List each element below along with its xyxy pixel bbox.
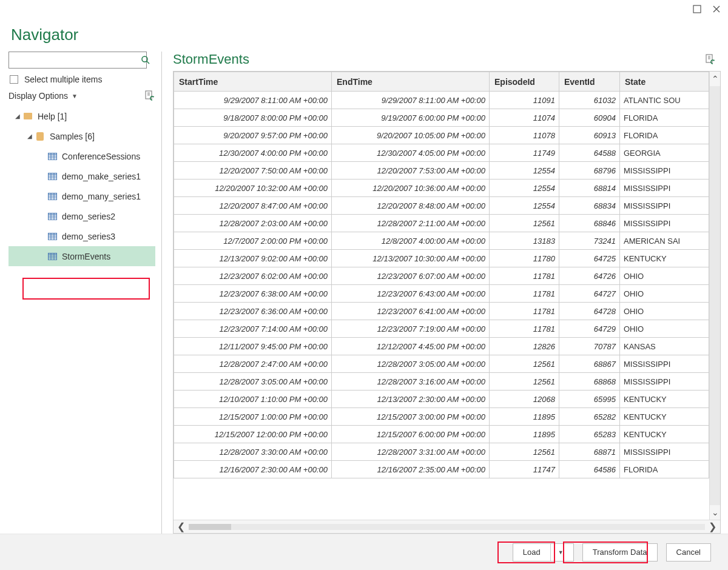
table-row[interactable]: 12/13/2007 9:02:00 AM +00:0012/13/2007 1… (174, 250, 709, 267)
cell: 12826 (490, 338, 559, 355)
cell: 12/23/2007 6:38:00 AM +00:00 (174, 285, 332, 303)
select-multiple-row[interactable]: Select multiple items (10, 75, 155, 84)
tree-toggle-icon[interactable]: ◢ (25, 133, 34, 139)
select-multiple-label: Select multiple items (24, 75, 102, 84)
cell: 12/20/2007 10:32:00 AM +00:00 (174, 179, 332, 197)
cell: 11749 (490, 144, 559, 162)
tree-item-stormevents[interactable]: StormEvents (8, 246, 155, 266)
tree-toggle-icon[interactable]: ◢ (13, 113, 22, 119)
cell: 11895 (490, 408, 559, 426)
scroll-right-icon[interactable]: ❯ (705, 521, 720, 532)
cell: 64729 (559, 320, 620, 338)
preview-title: StormEvents (173, 52, 249, 67)
table-row[interactable]: 12/30/2007 4:00:00 PM +00:0012/30/2007 4… (174, 144, 709, 162)
cell: 12561 (490, 373, 559, 391)
display-options-dropdown[interactable]: Display Options ▼ (8, 91, 78, 101)
load-button[interactable]: Load ▼ (513, 543, 574, 562)
tree-item-demo-make-series1[interactable]: demo_make_series1 (8, 166, 155, 186)
table-row[interactable]: 12/23/2007 6:02:00 AM +00:0012/23/2007 6… (174, 267, 709, 285)
vertical-scrollbar[interactable]: ⌃ ⌄ (709, 72, 720, 520)
cell: FLORIDA (620, 127, 709, 144)
tree-item-demo-series2[interactable]: demo_series2 (8, 206, 155, 226)
table-row[interactable]: 12/28/2007 2:03:00 AM +00:0012/28/2007 2… (174, 215, 709, 232)
cancel-button-label: Cancel (676, 548, 701, 557)
close-icon[interactable] (712, 5, 721, 13)
cell: OHIO (620, 303, 709, 320)
cell: 70787 (559, 338, 620, 355)
chevron-down-icon: ▼ (72, 93, 78, 99)
cell: MISSISSIPPI (620, 162, 709, 179)
tree-item-demo-many-series1[interactable]: demo_many_series1 (8, 186, 155, 206)
cell: 12/20/2007 7:50:00 AM +00:00 (174, 162, 332, 179)
table-icon (47, 252, 57, 261)
cell: 11781 (490, 320, 559, 338)
cell: 9/18/2007 8:00:00 PM +00:00 (174, 109, 332, 127)
scroll-left-icon[interactable]: ❮ (174, 521, 189, 532)
table-row[interactable]: 12/28/2007 3:30:00 AM +00:0012/28/2007 3… (174, 443, 709, 461)
cell: 12/20/2007 8:47:00 AM +00:00 (174, 197, 332, 215)
table-row[interactable]: 9/29/2007 8:11:00 AM +00:009/29/2007 8:1… (174, 92, 709, 109)
cell: 12/28/2007 3:05:00 AM +00:00 (174, 373, 332, 391)
cell: 11747 (490, 461, 559, 478)
split-button-separator (550, 544, 551, 561)
search-icon[interactable] (141, 55, 150, 65)
table-row[interactable]: 9/20/2007 9:57:00 PM +00:009/20/2007 10:… (174, 127, 709, 144)
scroll-up-icon[interactable]: ⌃ (712, 72, 719, 86)
load-button-label: Load (523, 548, 541, 557)
cell: 64727 (559, 285, 620, 303)
table-row[interactable]: 12/10/2007 1:10:00 PM +00:0012/13/2007 2… (174, 391, 709, 408)
table-row[interactable]: 9/18/2007 8:00:00 PM +00:009/19/2007 6:0… (174, 109, 709, 127)
cell: 12/23/2007 7:14:00 AM +00:00 (174, 320, 332, 338)
table-row[interactable]: 12/28/2007 2:47:00 AM +00:0012/28/2007 3… (174, 355, 709, 373)
table-row[interactable]: 12/20/2007 10:32:00 AM +00:0012/20/2007 … (174, 179, 709, 197)
table-icon (47, 152, 57, 161)
table-row[interactable]: 12/20/2007 8:47:00 AM +00:0012/20/2007 8… (174, 197, 709, 215)
cell: MISSISSIPPI (620, 215, 709, 232)
cell: 12/20/2007 7:53:00 AM +00:00 (332, 162, 490, 179)
cell: 64586 (559, 461, 620, 478)
cell: 12/20/2007 10:36:00 AM +00:00 (332, 179, 490, 197)
tree-item-label: ConferenceSessions (62, 152, 140, 161)
cell: 64588 (559, 144, 620, 162)
table-row[interactable]: 12/28/2007 3:05:00 AM +00:0012/28/2007 3… (174, 373, 709, 391)
cell: MISSISSIPPI (620, 355, 709, 373)
tree-item-conferencesessions[interactable]: ConferenceSessions (8, 146, 155, 166)
table-row[interactable]: 12/11/2007 9:45:00 PM +00:0012/12/2007 4… (174, 338, 709, 355)
table-row[interactable]: 12/15/2007 12:00:00 PM +00:0012/15/2007 … (174, 426, 709, 443)
cell: 12/28/2007 3:16:00 AM +00:00 (332, 373, 490, 391)
table-row[interactable]: 12/15/2007 1:00:00 PM +00:0012/15/2007 3… (174, 408, 709, 426)
scroll-track[interactable] (189, 524, 705, 530)
table-row[interactable]: 12/16/2007 2:30:00 AM +00:0012/16/2007 2… (174, 461, 709, 478)
preview-refresh-icon[interactable] (705, 54, 716, 65)
column-header[interactable]: EventId (559, 72, 620, 92)
scroll-track[interactable] (710, 86, 720, 505)
maximize-icon[interactable] (693, 5, 701, 13)
table-row[interactable]: 12/23/2007 6:36:00 AM +00:0012/23/2007 6… (174, 303, 709, 320)
scroll-down-icon[interactable]: ⌄ (712, 505, 719, 520)
cancel-button[interactable]: Cancel (666, 543, 711, 562)
tree-item-samples-6-[interactable]: ◢Samples [6] (8, 126, 155, 146)
table-row[interactable]: 12/23/2007 7:14:00 AM +00:0012/23/2007 7… (174, 320, 709, 338)
cell: AMERICAN SAI (620, 232, 709, 250)
table-row[interactable]: 12/7/2007 2:00:00 PM +00:0012/8/2007 4:0… (174, 232, 709, 250)
scroll-thumb[interactable] (189, 524, 231, 530)
cell: 12/23/2007 6:43:00 AM +00:00 (332, 285, 490, 303)
table-row[interactable]: 12/23/2007 6:38:00 AM +00:0012/23/2007 6… (174, 285, 709, 303)
refresh-icon[interactable] (144, 90, 155, 101)
column-header[interactable]: StartTime (174, 72, 332, 92)
column-header[interactable]: EndTime (332, 72, 490, 92)
horizontal-scrollbar[interactable]: ❮ ❯ (174, 520, 720, 533)
checkbox-icon[interactable] (10, 75, 18, 84)
tree-item-help-1-[interactable]: ◢Help [1] (8, 106, 155, 126)
transform-data-button[interactable]: Transform Data (582, 543, 658, 562)
search-input[interactable] (8, 52, 147, 69)
tree-item-demo-series3[interactable]: demo_series3 (8, 226, 155, 246)
cell: 12/10/2007 1:10:00 PM +00:00 (174, 391, 332, 408)
cell: 9/19/2007 6:00:00 PM +00:00 (332, 109, 490, 127)
cell: 65282 (559, 408, 620, 426)
chevron-down-icon[interactable]: ▼ (553, 549, 564, 555)
column-header[interactable]: State (620, 72, 709, 92)
table-row[interactable]: 12/20/2007 7:50:00 AM +00:0012/20/2007 7… (174, 162, 709, 179)
column-header[interactable]: EpisodeId (490, 72, 559, 92)
cell: 11781 (490, 267, 559, 285)
